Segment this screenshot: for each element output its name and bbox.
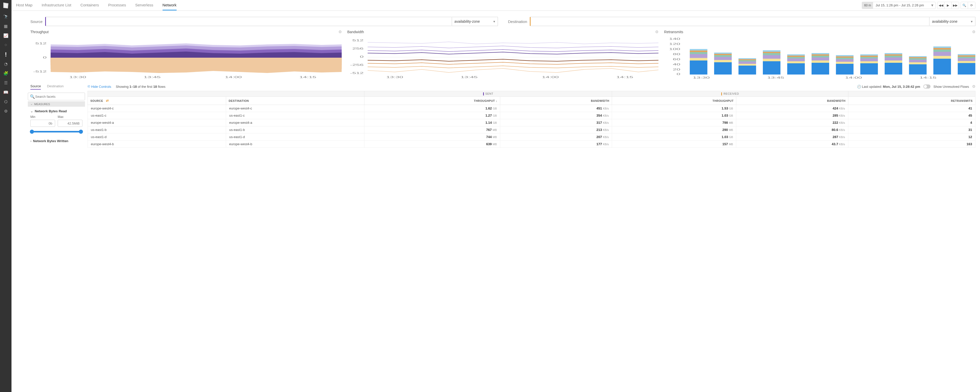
col-recv-bandwidth[interactable]: BANDWIDTH bbox=[736, 97, 848, 105]
svg-rect-51 bbox=[763, 53, 780, 55]
book-icon[interactable]: 📖 bbox=[3, 90, 8, 95]
chart-settings-icon[interactable]: ⚙ bbox=[655, 30, 659, 34]
max-label: Max bbox=[58, 115, 83, 119]
svg-text:-512: -512 bbox=[33, 70, 47, 73]
time-range-picker[interactable]: 60 m Jul 15, 1:26 pm - Jul 15, 2:26 pm ▾ bbox=[862, 2, 935, 9]
svg-rect-77 bbox=[860, 54, 878, 56]
time-preset[interactable]: 60 m bbox=[862, 2, 873, 9]
facet-tab-destination[interactable]: Destination bbox=[47, 84, 64, 89]
table-row[interactable]: us-east1-bus-east1-b 767 MB 213 KB/s 290… bbox=[88, 126, 975, 134]
destination-filter-label: Destination bbox=[508, 19, 527, 24]
svg-rect-39 bbox=[714, 55, 732, 57]
time-back-button[interactable]: ◀◀ bbox=[937, 2, 945, 9]
source-filter-label: Source bbox=[30, 19, 43, 24]
svg-rect-57 bbox=[788, 57, 805, 59]
col-destination[interactable]: DESTINATION bbox=[226, 97, 364, 105]
nav-containers[interactable]: Containers bbox=[80, 0, 99, 10]
svg-rect-82 bbox=[885, 54, 902, 56]
time-forward-button[interactable]: ▶▶ bbox=[952, 2, 959, 9]
nav-processes[interactable]: Processes bbox=[108, 0, 126, 10]
max-input[interactable] bbox=[58, 120, 83, 127]
svg-text:13:45: 13:45 bbox=[461, 76, 477, 79]
col-source[interactable]: SOURCE ⇄ bbox=[88, 97, 226, 105]
facets-panel: Source Destination 🔍 ⌄MEASURES ⌄Network … bbox=[28, 84, 85, 392]
svg-rect-73 bbox=[860, 61, 878, 63]
svg-rect-46 bbox=[738, 59, 756, 60]
col-sent-throughput[interactable]: THROUGHPUT ↓ bbox=[364, 97, 500, 105]
datadog-logo-icon[interactable] bbox=[2, 2, 10, 10]
nav-infra-list[interactable]: Infrastructure List bbox=[41, 0, 71, 10]
svg-rect-38 bbox=[714, 57, 732, 60]
chart-title: Bandwidth bbox=[347, 30, 364, 34]
dots-icon[interactable]: ⁘ bbox=[4, 43, 7, 48]
facet-tab-source[interactable]: Source bbox=[30, 84, 41, 89]
dashboard-icon[interactable]: ▦ bbox=[4, 24, 8, 29]
source-groupby-dropdown[interactable]: availability-zone▾ bbox=[452, 17, 498, 26]
svg-text:13:45: 13:45 bbox=[144, 76, 161, 79]
bandwidth-chart: Bandwidth⚙ 512 256 0 -256 -512 1 bbox=[347, 30, 659, 80]
table-settings-icon[interactable]: ⚙ bbox=[972, 84, 975, 89]
svg-rect-63 bbox=[811, 56, 829, 57]
table-row[interactable]: us-east1-dus-east1-d 744 MB 207 KB/s 1.0… bbox=[88, 134, 975, 140]
hide-controls-button[interactable]: ⧀Hide Controls bbox=[88, 84, 111, 89]
table-row[interactable]: europe-west4-beurope-west4-b 639 MB 177 … bbox=[88, 140, 975, 148]
min-input[interactable] bbox=[30, 120, 55, 127]
unresolved-toggle[interactable] bbox=[923, 84, 931, 89]
gear-icon[interactable]: ⚙ bbox=[4, 109, 8, 113]
gauge-icon[interactable]: ◔ bbox=[4, 62, 8, 66]
refresh-button[interactable]: ⟳ bbox=[968, 2, 975, 9]
list-icon[interactable]: ☰ bbox=[4, 80, 8, 85]
svg-rect-68 bbox=[836, 59, 854, 62]
binoculars-icon[interactable]: 🔭 bbox=[3, 14, 8, 19]
svg-text:40: 40 bbox=[673, 63, 680, 66]
chart-settings-icon[interactable]: ⚙ bbox=[972, 30, 975, 34]
time-play-button[interactable]: ▶ bbox=[945, 2, 952, 9]
time-range-dropdown-icon[interactable]: ▾ bbox=[929, 3, 935, 8]
facet-bytes-written[interactable]: ›Network Bytes Written bbox=[30, 139, 83, 143]
svg-text:14:15: 14:15 bbox=[299, 76, 316, 79]
destination-filter-input[interactable] bbox=[530, 17, 929, 26]
flows-table: SENT RECEIVED SOURCE ⇄ DESTINATION THROU… bbox=[88, 91, 975, 148]
svg-rect-74 bbox=[860, 59, 878, 61]
range-slider[interactable] bbox=[32, 131, 81, 132]
svg-rect-67 bbox=[836, 62, 854, 64]
svg-rect-76 bbox=[860, 56, 878, 57]
svg-rect-36 bbox=[714, 62, 732, 75]
svg-rect-72 bbox=[860, 63, 878, 75]
side-nav: 🔭 ▦ 📈 ⁘ ❕ ◔ 🧩 ☰ 📖 ⌬ ⚙ bbox=[0, 0, 11, 392]
svg-text:0: 0 bbox=[43, 56, 47, 59]
facet-bytes-read[interactable]: ⌄Network Bytes Read bbox=[30, 109, 83, 113]
chart-settings-icon[interactable]: ⚙ bbox=[339, 30, 342, 34]
col-recv-throughput[interactable]: THROUGHPUT bbox=[612, 97, 736, 105]
destination-groupby-dropdown[interactable]: availability-zone▾ bbox=[929, 17, 975, 26]
flow-icon[interactable]: ⌬ bbox=[4, 99, 8, 104]
svg-text:512: 512 bbox=[35, 42, 46, 45]
table-row[interactable]: europe-west4-ceurope-west4-c 1.62 GB 451… bbox=[88, 105, 975, 112]
svg-rect-34 bbox=[690, 51, 708, 52]
col-sent-bandwidth[interactable]: BANDWIDTH bbox=[500, 97, 612, 105]
retransmits-chart: Retransmits⚙ 140 120 100 80 60 40 20 0 1… bbox=[664, 30, 975, 80]
table-row[interactable]: us-east1-cus-east1-c 1.27 GB 354 KB/s 1.… bbox=[88, 112, 975, 119]
svg-rect-96 bbox=[958, 63, 975, 75]
svg-text:13:30: 13:30 bbox=[693, 76, 710, 79]
search-button[interactable]: 🔍 bbox=[961, 2, 968, 9]
measures-header[interactable]: ⌄MEASURES bbox=[28, 101, 85, 107]
alert-icon[interactable]: ❕ bbox=[3, 52, 8, 57]
metrics-icon[interactable]: 📈 bbox=[3, 33, 8, 38]
svg-rect-49 bbox=[763, 59, 780, 61]
svg-rect-58 bbox=[788, 56, 805, 57]
svg-rect-62 bbox=[811, 57, 829, 61]
nav-network[interactable]: Network bbox=[162, 0, 177, 10]
svg-rect-99 bbox=[958, 57, 975, 58]
source-filter-input[interactable] bbox=[45, 17, 452, 26]
search-facets-input[interactable] bbox=[28, 92, 85, 100]
swap-icon[interactable]: ⇄ bbox=[106, 99, 109, 103]
col-retransmits[interactable]: RETRANSMITS bbox=[848, 97, 975, 105]
svg-rect-75 bbox=[860, 57, 878, 59]
nav-serverless[interactable]: Serverless bbox=[135, 0, 153, 10]
puzzle-icon[interactable]: 🧩 bbox=[3, 71, 8, 76]
table-row[interactable]: europe-west4-aeurope-west4-a 1.14 GB 317… bbox=[88, 119, 975, 126]
svg-rect-98 bbox=[958, 58, 975, 61]
svg-text:13:30: 13:30 bbox=[69, 76, 86, 79]
nav-host-map[interactable]: Host Map bbox=[16, 0, 32, 10]
